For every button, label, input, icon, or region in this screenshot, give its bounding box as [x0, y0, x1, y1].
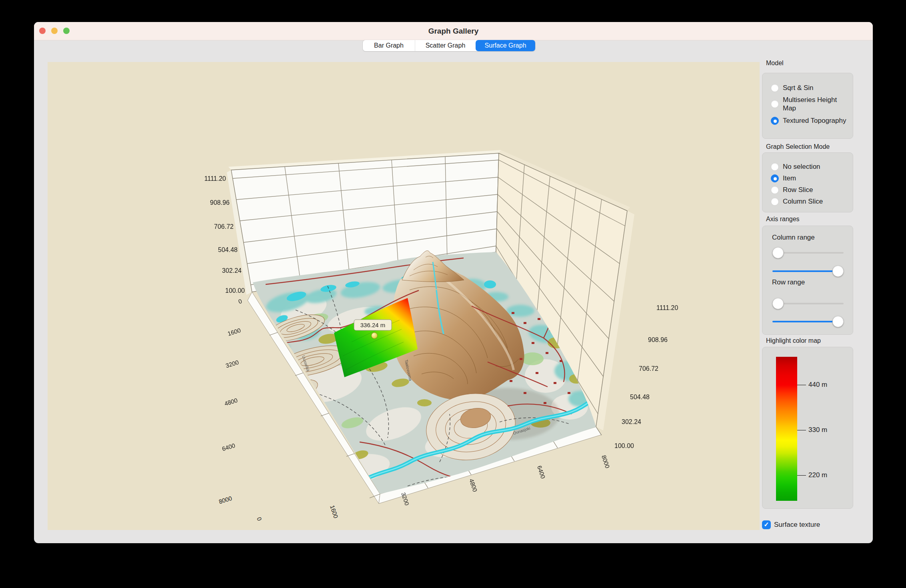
axis-ranges-groupbox: Column range Row range [762, 226, 853, 335]
row-range-min-slider[interactable] [772, 298, 844, 310]
svg-text:100.00: 100.00 [225, 287, 245, 294]
radio-icon [771, 84, 779, 92]
graph-type-tabs: Bar Graph Scatter Graph Surface Graph [363, 40, 535, 51]
window-title: Graph Gallery [34, 22, 873, 40]
radio-textured-topography[interactable]: Textured Topography [771, 116, 847, 125]
titlebar: Graph Gallery [34, 22, 873, 40]
slider-knob[interactable] [832, 266, 844, 277]
radio-sqrt-sin[interactable]: Sqrt & Sin [771, 84, 847, 92]
svg-text:706.72: 706.72 [214, 223, 234, 230]
radio-icon [771, 186, 779, 194]
surface-graph-canvas[interactable]: Taalovuoma Ounasjoki Uusselkä [48, 62, 760, 530]
slider-knob[interactable] [832, 316, 844, 327]
color-map-tick-label-440: 440 m [808, 381, 827, 389]
column-range-max-slider[interactable] [772, 265, 844, 277]
radio-no-selection[interactable]: No selection [771, 162, 847, 171]
radio-column-slice[interactable]: Column Slice [771, 197, 847, 206]
svg-text:908.96: 908.96 [648, 336, 668, 343]
slider-knob[interactable] [772, 298, 784, 309]
column-range-min-slider[interactable] [772, 247, 844, 259]
radio-icon-selected [771, 174, 779, 182]
svg-text:504.48: 504.48 [630, 394, 650, 400]
surface-texture-checkbox[interactable] [762, 520, 771, 529]
radio-icon-selected [771, 117, 779, 125]
selection-mode-section-label: Graph Selection Mode [766, 143, 830, 150]
tab-bar-graph[interactable]: Bar Graph [363, 40, 415, 51]
svg-text:1111.20: 1111.20 [656, 304, 678, 311]
radio-multiseries-height-map[interactable]: Multiseries Height Map [771, 96, 847, 112]
slider-knob[interactable] [772, 247, 784, 258]
model-section-label: Model [766, 60, 784, 67]
color-map-tick-label-220: 220 m [808, 471, 827, 479]
radio-row-slice[interactable]: Row Slice [771, 186, 847, 194]
model-groupbox: Sqrt & Sin Multiseries Height Map Textur… [762, 73, 853, 139]
radio-icon [771, 163, 779, 171]
svg-text:1111.20: 1111.20 [204, 175, 226, 182]
radio-item[interactable]: Item [771, 174, 847, 182]
selection-ball [372, 333, 378, 339]
color-map-tick-label-330: 330 m [808, 426, 827, 434]
svg-text:302.24: 302.24 [622, 418, 641, 425]
row-range-label: Row range [772, 278, 805, 286]
selection-mode-groupbox: No selection Item Row Slice Column Slice [762, 152, 853, 212]
color-map-tick-440 [797, 385, 806, 385]
svg-text:100.00: 100.00 [614, 442, 634, 449]
color-map-tick-330 [797, 430, 806, 430]
svg-text:504.48: 504.48 [218, 246, 238, 253]
color-map-gradient [776, 357, 797, 501]
tab-scatter-graph[interactable]: Scatter Graph [415, 40, 476, 51]
svg-text:908.96: 908.96 [210, 199, 230, 206]
tab-surface-graph[interactable]: Surface Graph [476, 40, 535, 51]
radio-icon [771, 198, 779, 206]
column-range-label: Column range [772, 234, 815, 242]
svg-text:706.72: 706.72 [639, 365, 658, 372]
surface-texture-label: Surface texture [774, 521, 820, 529]
svg-text:336.24 m: 336.24 m [360, 322, 386, 328]
color-map-tick-220 [797, 475, 806, 476]
row-range-max-slider[interactable] [772, 316, 844, 328]
color-map-section-label: Highlight color map [766, 337, 821, 344]
axis-ranges-section-label: Axis ranges [766, 216, 800, 223]
svg-text:302.24: 302.24 [222, 267, 242, 274]
radio-icon [771, 100, 779, 108]
app-window: Graph Gallery Bar Graph Scatter Graph Su… [34, 22, 873, 543]
